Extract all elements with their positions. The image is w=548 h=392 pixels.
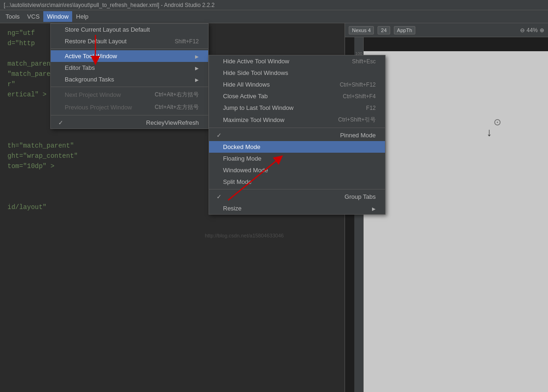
hide-active-item[interactable]: Hide Active Tool Window Shift+Esc: [209, 55, 385, 67]
store-layout-item[interactable]: Store Current Layout as Default: [51, 24, 208, 35]
zoom-level: 44%: [527, 27, 538, 34]
group-tabs-item[interactable]: ✓ Group Tabs: [209, 191, 385, 203]
maximize-item[interactable]: Maximize Tool Window Ctrl+Shift+引号: [209, 114, 385, 126]
separator-a2: [209, 189, 385, 189]
pinned-mode-item[interactable]: ✓ Pinned Mode: [209, 129, 385, 141]
floating-mode-item[interactable]: Floating Mode: [209, 153, 385, 164]
separator-2: [51, 87, 208, 87]
api-selector[interactable]: 24: [378, 26, 390, 34]
restore-layout-item[interactable]: Restore Default Layout Shift+F12: [51, 35, 208, 47]
pinned-check-icon: ✓: [216, 132, 222, 139]
window-submenu: Store Current Layout as Default Restore …: [50, 23, 209, 129]
menu-window[interactable]: Window: [43, 11, 72, 22]
loading-spinner: ⊙: [494, 116, 501, 128]
editor-tabs-item[interactable]: Editor Tabs: [51, 62, 208, 74]
menu-bar: Tools VCS Window Help: [0, 10, 548, 23]
prev-project-window-item: Previous Project Window Ctrl+Alt+左方括号: [51, 101, 208, 114]
zoom-plus[interactable]: ⊕: [540, 27, 544, 34]
separator-3: [51, 115, 208, 115]
menu-tools[interactable]: Tools: [2, 11, 23, 22]
check-icon: ✓: [58, 119, 63, 126]
close-active-tab-item[interactable]: Close Active Tab Ctrl+Shift+F4: [209, 90, 385, 102]
separator-1: [51, 48, 208, 49]
title-text: [...\autolistview\src\main\res\layout\pu…: [4, 2, 215, 8]
right-panel-toolbar: Nexus 4 24 AppTh ⊖ 44% ⊕: [345, 23, 548, 37]
windowed-mode-item[interactable]: Windowed Mode: [209, 164, 385, 176]
split-mode-item[interactable]: Split Mode: [209, 176, 385, 188]
jump-last-item[interactable]: Jump to Last Tool Window F12: [209, 102, 385, 114]
title-bar: [...\autolistview\src\main\res\layout\pu…: [0, 0, 548, 10]
app-theme-selector[interactable]: AppTh: [394, 26, 415, 34]
submenu-arrow: [195, 76, 199, 83]
menu-help[interactable]: Help: [72, 11, 92, 22]
active-tool-submenu: Hide Active Tool Window Shift+Esc Hide S…: [209, 55, 386, 215]
group-check-icon: ✓: [216, 193, 222, 200]
active-tool-window-item[interactable]: Active Tool Window: [51, 50, 208, 62]
submenu-arrow: [195, 53, 199, 60]
docked-mode-item[interactable]: Docked Mode: [209, 141, 385, 153]
preview-area: ⊙ ↓: [364, 51, 548, 392]
window-menu-dropdown: Store Current Layout as Default Restore …: [50, 23, 209, 129]
reciey-view-item[interactable]: ✓ RecieyViewRefresh: [51, 117, 208, 128]
background-tasks-item[interactable]: Background Tasks: [51, 74, 208, 85]
zoom-minus[interactable]: ⊖: [520, 27, 525, 34]
resize-arrow: [372, 205, 376, 212]
menu-vcs[interactable]: VCS: [23, 11, 43, 22]
next-project-window-item: Next Project Window Ctrl+Alt+右方括号: [51, 88, 208, 101]
resize-item[interactable]: Resize: [209, 203, 385, 214]
watermark: http://blog.csdn.net/a15804633046: [205, 233, 284, 238]
submenu-arrow: [195, 64, 199, 71]
separator-a1: [209, 128, 385, 128]
zoom-bar: ⊖ 44% ⊕: [520, 27, 544, 34]
hide-side-item[interactable]: Hide Side Tool Windows: [209, 67, 385, 79]
download-arrow: ↓: [487, 126, 492, 139]
hide-all-item[interactable]: Hide All Windows Ctrl+Shift+F12: [209, 79, 385, 90]
device-selector[interactable]: Nexus 4: [349, 26, 374, 34]
